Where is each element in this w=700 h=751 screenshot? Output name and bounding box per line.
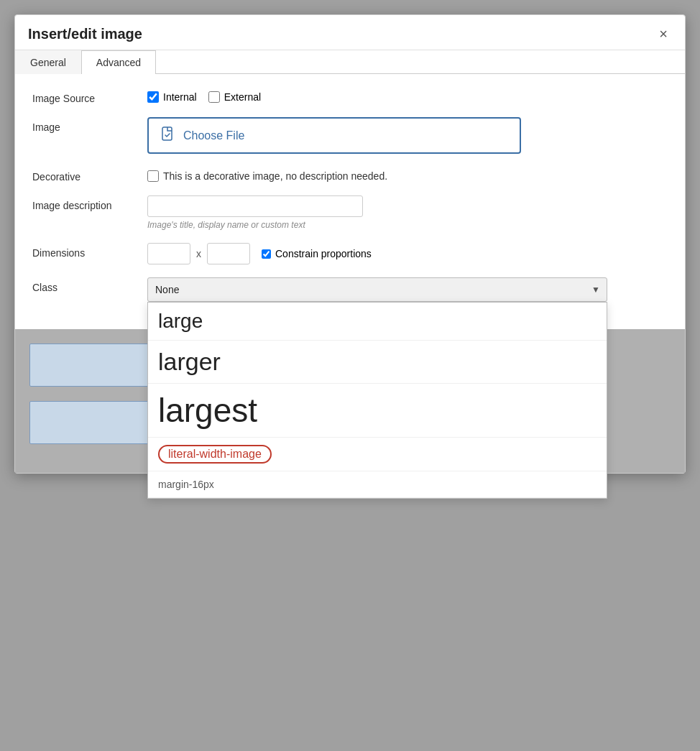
- dropdown-item-margin[interactable]: margin-16px: [148, 471, 607, 498]
- image-description-field: Image's title, display name or custom te…: [147, 195, 668, 230]
- dialog-header: Insert/edit image ×: [15, 15, 685, 50]
- image-description-row: Image description Image's title, display…: [32, 195, 668, 230]
- image-description-label: Image description: [32, 195, 147, 211]
- constrain-label[interactable]: Constrain proportions: [262, 248, 372, 259]
- decorative-label: Decorative: [32, 167, 147, 183]
- class-select[interactable]: None large larger largest literal-width-…: [147, 277, 607, 302]
- external-checkbox[interactable]: [208, 91, 220, 103]
- dropdown-item-literal[interactable]: literal-width-image: [148, 438, 607, 471]
- tab-general[interactable]: General: [15, 50, 81, 74]
- internal-label: Internal: [163, 91, 197, 103]
- constrain-checkbox[interactable]: [262, 249, 271, 259]
- close-button[interactable]: ×: [655, 25, 672, 42]
- image-description-hint: Image's title, display name or custom te…: [147, 220, 668, 230]
- class-label: Class: [32, 277, 147, 293]
- dropdown-item-largest[interactable]: largest: [148, 384, 607, 438]
- choose-file-button[interactable]: Choose File: [147, 117, 521, 154]
- background-box-2: [29, 401, 166, 444]
- height-input[interactable]: [207, 243, 250, 264]
- image-source-field: Internal External: [147, 88, 668, 103]
- tab-advanced[interactable]: Advanced: [81, 50, 156, 74]
- image-source-row: Image Source Internal External: [32, 88, 668, 104]
- dropdown-item-large[interactable]: large: [148, 303, 607, 341]
- decorative-checkbox[interactable]: [147, 170, 159, 182]
- dimensions-separator: x: [196, 248, 201, 259]
- background-box-1: [29, 344, 166, 387]
- dimensions-label: Dimensions: [32, 243, 147, 259]
- internal-checkbox[interactable]: [147, 91, 159, 103]
- width-input[interactable]: [147, 243, 190, 264]
- file-icon: [160, 126, 176, 145]
- internal-checkbox-label[interactable]: Internal: [147, 91, 197, 103]
- class-select-wrapper: None large larger largest literal-width-…: [147, 277, 607, 302]
- dialog-title: Insert/edit image: [28, 26, 142, 42]
- image-source-label: Image Source: [32, 88, 147, 104]
- class-row: Class None large larger largest literal-…: [32, 277, 668, 302]
- decorative-checkbox-label[interactable]: This is a decorative image, no descripti…: [147, 170, 387, 182]
- image-label: Image: [32, 117, 147, 133]
- insert-edit-image-dialog: Insert/edit image × General Advanced Ima…: [14, 14, 686, 474]
- constrain-text: Constrain proportions: [275, 248, 372, 259]
- dimensions-field: x Constrain proportions: [147, 243, 668, 264]
- choose-file-label: Choose File: [183, 129, 244, 142]
- tab-bar: General Advanced: [15, 50, 685, 74]
- class-dropdown-open: large larger largest literal-width-image…: [147, 302, 607, 499]
- external-checkbox-label[interactable]: External: [208, 91, 261, 103]
- image-field: Choose File: [147, 117, 668, 154]
- image-description-input[interactable]: [147, 195, 363, 217]
- image-row: Image Choose File: [32, 117, 668, 154]
- decorative-field: This is a decorative image, no descripti…: [147, 167, 668, 182]
- decorative-row: Decorative This is a decorative image, n…: [32, 167, 668, 183]
- decorative-check-text: This is a decorative image, no descripti…: [163, 170, 387, 182]
- dialog-body: Image Source Internal External Image: [15, 74, 685, 329]
- literal-circle-text: literal-width-image: [158, 445, 272, 464]
- dimensions-row: Dimensions x Constrain proportions: [32, 243, 668, 264]
- external-label: External: [224, 91, 261, 103]
- dropdown-item-larger[interactable]: larger: [148, 341, 607, 384]
- class-field: None large larger largest literal-width-…: [147, 277, 668, 302]
